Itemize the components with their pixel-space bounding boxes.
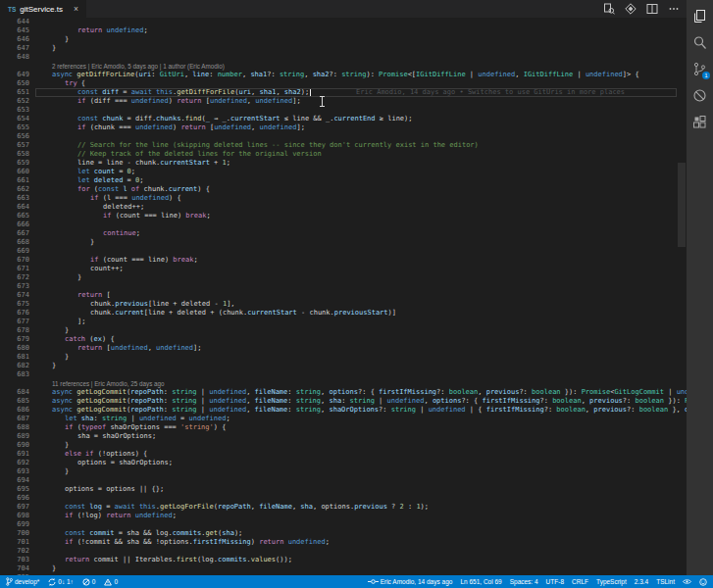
line-number[interactable]: 694 xyxy=(0,476,29,485)
code-line[interactable]: 688if (typeof shaOrOptions === 'string')… xyxy=(0,423,687,432)
code-line[interactable]: 703return commit || Iterables.first(log.… xyxy=(0,556,687,564)
line-number[interactable]: 699 xyxy=(0,520,29,529)
line-number[interactable]: 683 xyxy=(0,370,29,379)
line-number[interactable]: 677 xyxy=(0,318,29,326)
line-number[interactable]: 673 xyxy=(0,282,29,291)
code-line[interactable]: 644 xyxy=(0,18,687,26)
code-line[interactable]: 653 xyxy=(0,106,687,115)
line-number[interactable]: 657 xyxy=(0,141,29,150)
code-line[interactable]: 691else if (!options) { xyxy=(0,450,687,459)
codelens-row[interactable]: 2 references | Eric Amodio, 5 days ago |… xyxy=(0,62,687,71)
code-line[interactable]: 671count++; xyxy=(0,265,687,273)
gitlens-blame-status[interactable]: Eric Amodio, 14 days ago xyxy=(368,578,453,585)
code-line[interactable]: 689sha = shaOrOptions; xyxy=(0,432,687,441)
tab-close-icon[interactable]: × xyxy=(74,4,78,14)
code-line[interactable]: 697const log = await this.getLogForFile(… xyxy=(0,503,687,512)
code-line[interactable]: 646} xyxy=(0,35,687,44)
code-line[interactable]: 667continue; xyxy=(0,229,687,238)
code-line[interactable]: 694 xyxy=(0,476,687,485)
git-branch-button[interactable]: develop* xyxy=(6,577,39,586)
code-line[interactable]: 659line = line - chunk.currentStart + 1; xyxy=(0,159,687,168)
codelens-row[interactable]: 11 references | Eric Amodio, 25 days ago xyxy=(0,379,687,388)
line-number[interactable]: 687 xyxy=(0,415,29,423)
line-number[interactable]: 698 xyxy=(0,512,29,520)
code-line[interactable]: 670if (count === line) break; xyxy=(0,256,687,265)
line-number[interactable]: 660 xyxy=(0,168,29,176)
line-number[interactable]: 662 xyxy=(0,185,29,194)
line-number[interactable]: 672 xyxy=(0,273,29,282)
line-number[interactable]: 652 xyxy=(0,97,29,106)
line-number[interactable]: 658 xyxy=(0,150,29,159)
code-line[interactable]: 681} xyxy=(0,353,687,362)
line-number[interactable]: 700 xyxy=(0,529,29,538)
line-number[interactable]: 646 xyxy=(0,35,29,44)
warnings-indicator[interactable]: 0 xyxy=(104,578,118,586)
code-line[interactable]: 662for (const l of chunk.current) { xyxy=(0,185,687,194)
code-line[interactable]: 695options = options || {}; xyxy=(0,485,687,494)
more-actions-icon[interactable] xyxy=(668,3,680,15)
line-number[interactable]: 689 xyxy=(0,432,29,441)
line-number[interactable]: 692 xyxy=(0,459,29,467)
activity-debug-icon[interactable] xyxy=(687,86,713,104)
line-number[interactable]: 663 xyxy=(0,194,29,203)
code-line[interactable]: 682} xyxy=(0,362,687,370)
code-line[interactable]: 699 xyxy=(0,520,687,529)
code-line[interactable]: 666 xyxy=(0,220,687,229)
code-line[interactable]: 648 xyxy=(0,53,687,62)
code-line[interactable]: 677]; xyxy=(0,318,687,326)
line-number[interactable]: 655 xyxy=(0,123,29,132)
code-line[interactable]: 674return [ xyxy=(0,291,687,300)
line-number[interactable]: 703 xyxy=(0,556,29,564)
code-line[interactable]: 687let sha: string | undefined = undefin… xyxy=(0,415,687,423)
split-editor-icon[interactable] xyxy=(646,3,658,15)
tslint-status[interactable]: TSLint xyxy=(656,578,675,585)
line-number[interactable]: 645 xyxy=(0,26,29,35)
indentation-status[interactable]: Spaces: 4 xyxy=(510,578,538,585)
code-line[interactable]: 652if (diff === undefined) return [undef… xyxy=(0,97,687,106)
code-line[interactable]: 693} xyxy=(0,467,687,476)
line-number[interactable]: 681 xyxy=(0,353,29,362)
codelens-text[interactable]: 2 references | Eric Amodio, 5 days ago |… xyxy=(39,62,225,71)
line-number[interactable]: 664 xyxy=(0,203,29,212)
line-number[interactable]: 704 xyxy=(0,564,29,573)
line-number[interactable]: 682 xyxy=(0,362,29,370)
encoding-status[interactable]: UTF-8 xyxy=(546,578,564,585)
line-number[interactable]: 653 xyxy=(0,106,29,115)
code-line[interactable]: 673 xyxy=(0,282,687,291)
code-line[interactable]: 690} xyxy=(0,441,687,450)
code-line[interactable]: 679catch (ex) { xyxy=(0,335,687,344)
line-number[interactable]: 669 xyxy=(0,247,29,256)
code-line[interactable]: 676chunk.current[line + deleted + (chunk… xyxy=(0,309,687,318)
line-number[interactable]: 674 xyxy=(0,291,29,300)
line-number[interactable]: 695 xyxy=(0,485,29,494)
line-number[interactable]: 671 xyxy=(0,265,29,273)
line-number[interactable]: 675 xyxy=(0,300,29,309)
line-number[interactable]: 691 xyxy=(0,450,29,459)
line-number[interactable]: 696 xyxy=(0,494,29,503)
code-line[interactable]: 675chunk.previous[line + deleted - 1], xyxy=(0,300,687,309)
line-number[interactable]: 659 xyxy=(0,159,29,168)
code-line[interactable]: 665if (count === line) break; xyxy=(0,212,687,220)
code-line[interactable]: 669 xyxy=(0,247,687,256)
code-line[interactable]: 668} xyxy=(0,238,687,247)
code-line[interactable]: 647} xyxy=(0,44,687,53)
code-line[interactable]: 684async getLogCommit(repoPath: string |… xyxy=(0,388,687,397)
code-line[interactable]: 657// Search for the line (skipping dele… xyxy=(0,141,687,150)
typescript-version[interactable]: 2.3.4 xyxy=(635,578,648,585)
tab-gitservice-ts[interactable]: TS gitService.ts × xyxy=(0,0,86,18)
sync-button[interactable]: 0↓ 1↑ xyxy=(48,578,74,586)
line-number[interactable]: 697 xyxy=(0,503,29,512)
line-number[interactable]: 686 xyxy=(0,406,29,415)
editor-scrollbar[interactable] xyxy=(677,18,687,575)
activity-extensions-icon[interactable] xyxy=(687,113,713,130)
line-number[interactable]: 654 xyxy=(0,115,29,123)
line-number[interactable]: 661 xyxy=(0,176,29,185)
line-number[interactable]: 650 xyxy=(0,79,29,88)
line-number[interactable]: 702 xyxy=(0,547,29,556)
code-editor[interactable]: 644645return undefined;646}647}6482 refe… xyxy=(0,18,687,575)
line-number[interactable]: 701 xyxy=(0,538,29,547)
code-line[interactable]: 704} xyxy=(0,564,687,573)
gitlens-icon[interactable] xyxy=(625,3,637,15)
code-line[interactable]: 701if (!commit && sha && !options.firstI… xyxy=(0,538,687,547)
line-number[interactable]: 685 xyxy=(0,397,29,406)
